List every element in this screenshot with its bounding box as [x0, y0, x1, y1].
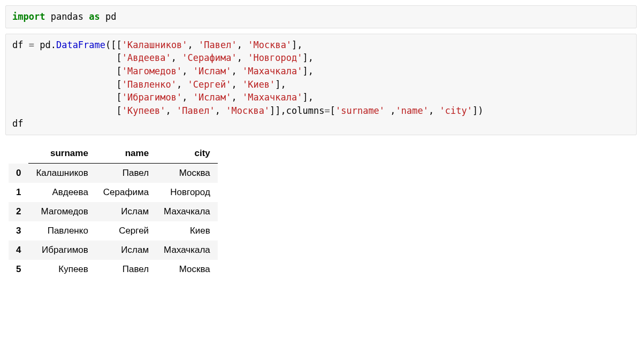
code-text: ,: [171, 52, 182, 63]
column-header: city: [156, 144, 218, 164]
code-cell-2: df = pd.DataFrame([['Калашников', 'Павел…: [5, 34, 637, 135]
code-text: pd: [100, 11, 117, 22]
string-literal: 'Павел': [198, 40, 237, 50]
code-text: [: [12, 79, 122, 90]
column-header: name: [96, 144, 156, 164]
cell-city: Киев: [156, 221, 218, 241]
string-literal: 'Павел': [177, 105, 215, 116]
string-literal: 'Купеев': [122, 105, 166, 116]
string-literal: 'city': [439, 105, 472, 116]
row-index: 0: [9, 164, 28, 183]
string-literal: 'Авдеева': [122, 52, 171, 63]
cell-name: Ислам: [96, 202, 156, 221]
keyword-as: as: [89, 11, 100, 22]
cell-name: Павел: [96, 260, 156, 279]
table-row: 1 Авдеева Серафима Новгород: [9, 183, 218, 202]
cell-name: Павел: [96, 164, 156, 183]
string-literal: 'Новгород': [248, 52, 302, 63]
string-literal: 'Ибрагимов': [122, 92, 182, 103]
string-literal: 'Ислам': [193, 92, 232, 103]
row-index: 2: [9, 202, 28, 221]
table-row: 0 Калашников Павел Москва: [9, 164, 218, 183]
code-text: ]): [472, 105, 483, 116]
code-text: df: [12, 118, 23, 129]
output-area: surname name city 0 Калашников Павел Мос…: [5, 141, 637, 279]
code-text: [: [12, 92, 122, 103]
code-text: [: [12, 105, 122, 116]
dataframe-table: surname name city 0 Калашников Павел Мос…: [9, 144, 218, 279]
code-text: ]],columns: [270, 105, 324, 116]
string-literal: 'Магомедов': [122, 66, 182, 76]
code-cell-1: import pandas as pd: [5, 5, 637, 28]
keyword-import: import: [12, 11, 45, 22]
cell-city: Москва: [156, 164, 218, 183]
cell-city: Москва: [156, 260, 218, 279]
row-index: 5: [9, 260, 28, 279]
operator: =: [29, 40, 34, 50]
code-text: ,: [188, 40, 198, 50]
table-row: 5 Купеев Павел Москва: [9, 260, 218, 279]
code-text: ],: [303, 52, 314, 63]
string-literal: 'Москва': [226, 105, 270, 116]
cell-name: Серафима: [96, 183, 156, 202]
call-dataframe: DataFrame: [56, 40, 105, 50]
code-text: ,: [231, 92, 242, 103]
string-literal: 'surname': [335, 105, 385, 116]
code-text: ,: [237, 52, 248, 63]
code-text: pd.: [34, 40, 56, 50]
cell-surname: Павленко: [28, 221, 95, 241]
cell-name: Ислам: [96, 241, 156, 260]
column-header: surname: [28, 144, 95, 164]
code-text: [: [12, 66, 122, 76]
code-text: ,: [166, 105, 177, 116]
code-text: ],: [303, 66, 314, 76]
code-text: ],: [275, 79, 286, 90]
cell-surname: Авдеева: [28, 183, 95, 202]
code-text: ,: [231, 66, 242, 76]
cell-surname: Магомедов: [28, 202, 95, 221]
cell-city: Новгород: [156, 183, 218, 202]
table-row: 3 Павленко Сергей Киев: [9, 221, 218, 241]
cell-city: Махачкала: [156, 202, 218, 221]
code-text: pandas: [45, 11, 89, 22]
code-text: ],: [292, 40, 302, 50]
row-index: 4: [9, 241, 28, 260]
cell-surname: Калашников: [28, 164, 95, 183]
code-text: ,: [182, 92, 193, 103]
string-literal: 'name': [396, 105, 429, 116]
code-text: ,: [429, 105, 439, 116]
string-literal: 'Ислам': [193, 66, 232, 76]
string-literal: 'Калашников': [122, 40, 188, 50]
code-text: ,: [231, 79, 242, 90]
row-index: 3: [9, 221, 28, 241]
code-text: [: [12, 52, 122, 63]
code-text: [: [330, 105, 335, 116]
cell-surname: Ибрагимов: [28, 241, 95, 260]
code-text: ([[: [105, 40, 122, 50]
table-row: 4 Ибрагимов Ислам Махачкала: [9, 241, 218, 260]
cell-surname: Купеев: [28, 260, 95, 279]
string-literal: 'Сергей': [188, 79, 232, 90]
cell-city: Махачкала: [156, 241, 218, 260]
string-literal: 'Павленко': [122, 79, 177, 90]
operator: =: [324, 105, 330, 116]
cell-name: Сергей: [96, 221, 156, 241]
row-index: 1: [9, 183, 28, 202]
table-header-row: surname name city: [9, 144, 218, 164]
code-text: ,: [177, 79, 187, 90]
index-header: [9, 144, 28, 164]
string-literal: 'Москва': [248, 40, 292, 50]
code-text: ,: [215, 105, 226, 116]
code-text: df: [12, 40, 29, 50]
code-text: ,: [182, 66, 193, 76]
string-literal: 'Махачкала': [242, 92, 303, 103]
string-literal: 'Серафима': [182, 52, 236, 63]
table-row: 2 Магомедов Ислам Махачкала: [9, 202, 218, 221]
code-text: ,: [237, 40, 248, 50]
code-text: ,: [385, 105, 395, 116]
string-literal: 'Киев': [242, 79, 275, 90]
string-literal: 'Махачкала': [242, 66, 303, 76]
code-text: ],: [303, 92, 314, 103]
